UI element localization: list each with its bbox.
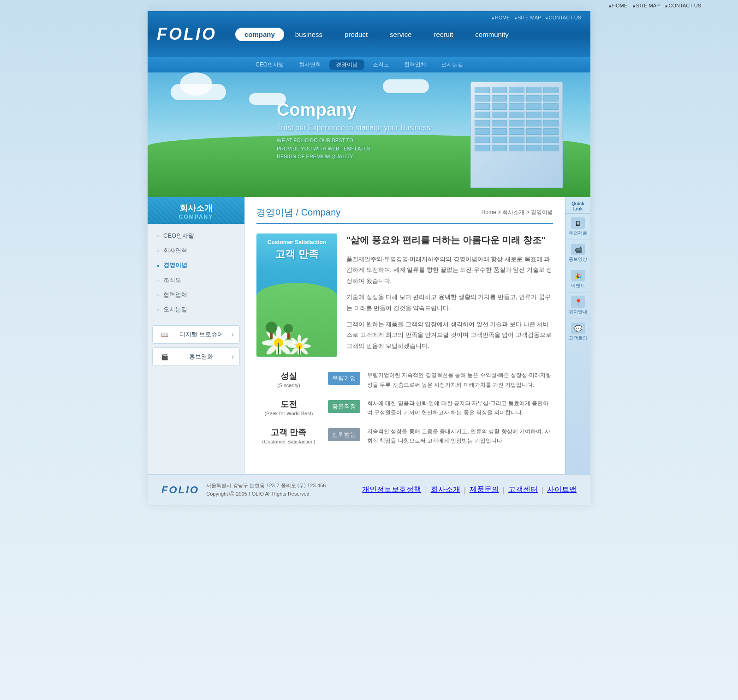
value-satisfaction-label: 고객 만족 (Customer Satisfaction) (256, 427, 321, 444)
building-window (475, 128, 490, 135)
nav-business[interactable]: business (284, 27, 333, 42)
satisfaction-trees (266, 322, 293, 341)
building-window (475, 112, 490, 118)
building-window (509, 120, 524, 126)
sidebar-item-org[interactable]: 조직도 (148, 273, 244, 287)
content-para-2: 기술에 정성을 다해 보다 편리하고 윤택한 생활의 가치를 만들고, 인류가 … (346, 292, 553, 313)
header-contact-link[interactable]: CONTACT US (546, 15, 581, 20)
subnav-ceo[interactable]: CEO인사말 (249, 60, 291, 70)
top-bar-contact[interactable]: CONTACT US (665, 3, 701, 8)
location-icon: 📍 (571, 296, 585, 308)
header-home-link[interactable]: HOME (492, 15, 510, 20)
nav-community[interactable]: community (464, 27, 520, 42)
sidebar-menu: CEO인사말 회사연혁 경영이념 조직도 협력업체 오시는길 (148, 224, 244, 322)
tree-crown (266, 322, 277, 333)
header-sitemap-link[interactable]: SITE MAP (515, 15, 542, 20)
value-satisfaction-desc: 지속적인 성장을 통해 고용을 증대시키고, 인류의 생활 향상에 기여하여, … (367, 427, 553, 446)
site-header: FOLIO company business product service r… (148, 11, 590, 57)
sidebar-item-partners[interactable]: 협력업체 (148, 287, 244, 302)
nav-company[interactable]: company (235, 28, 284, 41)
tree-1 (266, 322, 277, 339)
footer-support[interactable]: 고객센터 (508, 485, 538, 495)
video-arrow-icon: › (232, 353, 234, 361)
building-window (543, 103, 559, 110)
sidebar-video-button[interactable]: 🎬 홍보영화 › (152, 347, 240, 366)
breadcrumb-title: 경영이념 / Company (256, 206, 340, 219)
building-window (492, 120, 507, 126)
building-window (543, 137, 559, 143)
value-sincerity-label: 성실 (Sincerity) (256, 371, 321, 388)
sidebar-brochure-button[interactable]: 📖 디지털 브로슈어 › (152, 325, 240, 344)
site-logo: FOLIO (157, 24, 217, 44)
nav-product[interactable]: product (333, 27, 379, 42)
subnav-org[interactable]: 조직도 (366, 60, 396, 70)
quick-link-event[interactable]: 🎉 이벤트 (565, 266, 590, 293)
sidebar-item-directions[interactable]: 오시는길 (148, 302, 244, 317)
quick-link-promo[interactable]: 📹 홍보영상 (565, 240, 590, 266)
quick-link-customer[interactable]: 💬 고객로의 (565, 319, 590, 345)
building-window (543, 87, 559, 93)
hero-text: Company Trust our Experience to manage y… (277, 100, 430, 161)
video-label: 홍보영화 (189, 353, 213, 361)
tree-crown-2 (284, 324, 293, 333)
main-nav: company business product service recruit… (235, 27, 581, 42)
footer-sep-1: | (425, 486, 427, 494)
event-icon: 🎉 (571, 270, 585, 281)
footer-copyright: Copyright ⓒ 2005 FOLIO All Rights Reserv… (206, 490, 326, 498)
building-window (526, 145, 542, 151)
building-window (543, 145, 559, 151)
recommended-label: 추천제품 (567, 230, 589, 236)
footer-product-inquiry[interactable]: 제품문의 (470, 485, 499, 495)
sidebar-item-ceo[interactable]: CEO인사말 (148, 228, 244, 243)
footer-about[interactable]: 회사소개 (431, 485, 460, 495)
hero-section: Company Trust our Experience to manage y… (148, 72, 590, 197)
content-text: 삶에 풍요와 편리를 더하는 아름다운 미래 창조 품질제일주의·투명경영·미래… (346, 233, 553, 357)
building-window (509, 95, 524, 102)
building-window (509, 128, 524, 135)
subnav-history[interactable]: 회사연혁 (292, 60, 327, 70)
sidebar-title-kr: 회사소개 (155, 203, 238, 214)
subnav-directions[interactable]: 오시는길 (434, 60, 470, 70)
sidebar-item-history[interactable]: 회사연혁 (148, 243, 244, 258)
footer-sitemap[interactable]: 사이트맵 (547, 485, 577, 495)
breadcrumb-path: Home > 회사소개 > 경영이념 (482, 209, 553, 216)
satisfaction-kr: 고객 만족 (262, 247, 332, 261)
breadcrumb: 경영이념 / Company Home > 회사소개 > 경영이념 (256, 206, 553, 224)
footer-right-links: 개인정보보호정책 | 회사소개 | 제품문의 | 고객센터 | 사이트맵 (362, 485, 577, 495)
subnav-partners[interactable]: 협력업체 (398, 60, 433, 70)
quick-link-title: Quick Link (565, 199, 590, 214)
sidebar-item-philosophy[interactable]: 경영이념 (148, 258, 244, 273)
building-window (543, 128, 559, 135)
value-sincerity-kr: 성실 (256, 371, 321, 382)
subnav-philosophy[interactable]: 경영이념 (329, 60, 364, 70)
footer-privacy[interactable]: 개인정보보호정책 (362, 485, 421, 495)
nav-recruit[interactable]: recruit (423, 27, 464, 42)
quick-link-location[interactable]: 📍 위치안내 (565, 293, 590, 319)
video-icon: 🎬 (158, 352, 171, 362)
building-window (492, 95, 507, 102)
value-row-satisfaction: 고객 만족 (Customer Satisfaction) 신뢰받는 지속적인 … (256, 427, 553, 446)
value-row-sincerity: 성실 (Sincerity) 우량기업 우량기업이란 지속적인 경영혁신을 통해… (256, 371, 553, 389)
building-window (543, 95, 559, 102)
footer-address: 서울특별시 강남구 논현동 123-7 폴리오 (우) 123-456 (206, 482, 326, 490)
top-bar-home[interactable]: HOME (609, 3, 627, 8)
building-window (543, 120, 559, 126)
value-satisfaction-en: (Customer Satisfaction) (256, 439, 321, 444)
content-para-3: 고객이 원하는 제품을 고객의 입장에서 생각하여 앞선 기술과 보다 나은 서… (346, 319, 553, 351)
value-sincerity-badge: 우량기업 (328, 372, 360, 385)
footer-info: 서울특별시 강남구 논현동 123-7 폴리오 (우) 123-456 Copy… (206, 482, 326, 498)
top-bar-links: HOME SITE MAP CONTACT US (609, 3, 701, 8)
footer-sep-2: | (464, 486, 466, 494)
building-window (509, 112, 524, 118)
building-window (526, 120, 542, 126)
quick-link-recommended[interactable]: 🖥 추천제품 (565, 214, 590, 240)
top-bar-sitemap[interactable]: SITE MAP (633, 3, 660, 8)
building-window (475, 145, 490, 151)
footer-sep-4: | (542, 486, 543, 494)
building-window (492, 112, 507, 118)
nav-service[interactable]: service (379, 27, 423, 42)
value-satisfaction-badge: 신뢰받는 (328, 428, 360, 441)
hero-subtitle: Trust our Experience to manage your Busi… (277, 124, 430, 132)
event-label: 이벤트 (567, 283, 589, 288)
building-window (526, 112, 542, 118)
